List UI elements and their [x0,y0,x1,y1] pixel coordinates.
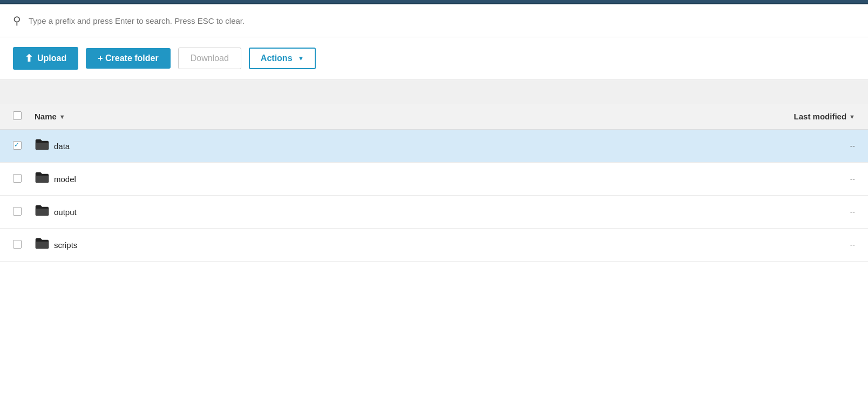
table-row[interactable]: output -- [0,196,868,229]
row-modified: -- [715,142,855,150]
row-checkbox[interactable] [13,141,22,150]
folder-icon [35,237,54,252]
actions-button[interactable]: Actions ▼ [249,48,316,69]
select-all-checkbox[interactable] [13,111,22,120]
table-row[interactable]: scripts -- [0,229,868,262]
upload-icon: ⬆ [25,52,33,64]
col-name-label: Name [35,112,57,121]
name-sort-icon: ▼ [59,113,65,120]
table-row[interactable]: model -- [0,163,868,196]
row-modified: -- [715,240,855,249]
file-list: data -- model -- output -- [0,130,868,262]
row-name: scripts [54,240,715,250]
row-name: data [54,142,715,151]
row-checkbox-cell[interactable] [13,207,35,217]
download-button[interactable]: Download [178,48,241,69]
search-input[interactable] [29,16,855,25]
top-nav-bar [0,0,868,4]
folder-icon [35,204,54,219]
modified-sort-icon: ▼ [849,113,855,120]
table-row[interactable]: data -- [0,130,868,163]
download-label: Download [191,53,229,63]
row-checkbox-cell[interactable] [13,174,35,184]
search-row: ⚲ [0,4,868,37]
row-checkbox-cell[interactable] [13,141,35,151]
row-checkbox[interactable] [13,174,22,183]
toolbar: ⬆ Upload + Create folder Download Action… [0,37,868,80]
table-header: Name ▼ Last modified ▼ [0,104,868,130]
create-folder-button[interactable]: + Create folder [86,48,170,69]
row-name: model [54,175,715,184]
col-modified-label: Last modified [794,112,847,121]
create-folder-label: + Create folder [98,53,158,63]
search-icon: ⚲ [13,14,21,27]
breadcrumb-area [0,80,868,104]
col-modified-header[interactable]: Last modified ▼ [715,112,855,121]
col-name-header[interactable]: Name ▼ [35,112,715,121]
chevron-down-icon: ▼ [298,55,304,62]
select-all-checkbox-cell[interactable] [13,111,35,122]
actions-label: Actions [261,53,293,63]
row-name: output [54,208,715,217]
row-checkbox-cell[interactable] [13,240,35,250]
folder-icon [35,138,54,153]
upload-button[interactable]: ⬆ Upload [13,47,78,70]
row-checkbox[interactable] [13,207,22,216]
folder-icon [35,171,54,186]
upload-label: Upload [37,53,66,63]
row-checkbox[interactable] [13,240,22,249]
row-modified: -- [715,175,855,183]
row-modified: -- [715,208,855,216]
